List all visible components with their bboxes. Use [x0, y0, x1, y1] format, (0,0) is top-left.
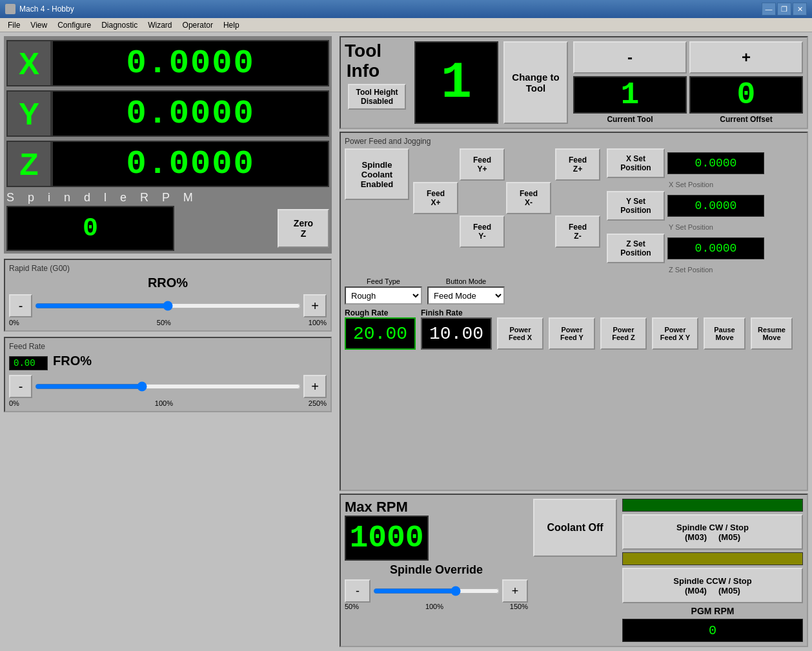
- menu-file[interactable]: File: [3, 19, 25, 31]
- pgm-rpm-label: PGM RPM: [622, 606, 803, 616]
- menu-help[interactable]: Help: [218, 19, 245, 31]
- coolant-off-button[interactable]: Coolant Off: [533, 499, 617, 557]
- feed-xminus-button[interactable]: FeedX-: [506, 182, 551, 214]
- tool-right-top: - +: [573, 41, 803, 74]
- feed-zplus-button[interactable]: FeedZ+: [555, 148, 600, 181]
- rapid-rate-mark-50: 50%: [157, 319, 171, 326]
- power-feed-section: Power Feed and Jogging SpindleCoolantEna…: [340, 132, 808, 491]
- rough-rate-label: Rough Rate: [345, 308, 416, 317]
- override-mark-100: 100%: [425, 603, 443, 610]
- dro-section: X 0.0000 Y 0.0000 Z 0.0000 S p i n d l e…: [4, 36, 332, 254]
- override-mark-50: 50%: [345, 603, 359, 610]
- spindle-bar-green: [622, 499, 803, 512]
- rapid-rate-marks: 0% 50% 100%: [9, 319, 327, 326]
- tool-right-nums: 1 Current Tool 0 Current Offset: [573, 76, 803, 124]
- dro-x-label: X: [6, 40, 52, 86]
- rapid-rate-minus[interactable]: -: [9, 294, 32, 317]
- spindle-ccw-stop-button[interactable]: Spindle CCW / Stop(M04) (M05): [622, 568, 803, 603]
- rough-rate-value: 20.00: [345, 317, 416, 350]
- spindle-coolant-button[interactable]: SpindleCoolantEnabled: [345, 148, 409, 200]
- main-area: X 0.0000 Y 0.0000 Z 0.0000 S p i n d l e…: [0, 32, 812, 651]
- change-to-tool-button[interactable]: Change toTool: [503, 41, 568, 124]
- spindle-rpm-value: 0: [6, 206, 174, 251]
- spindle-rpm-row: 0 ZeroZ: [6, 206, 329, 251]
- feed-yplus-button[interactable]: FeedY+: [460, 148, 505, 181]
- menu-diagnostic[interactable]: Diagnostic: [96, 19, 143, 31]
- power-feed-title: Power Feed and Jogging: [345, 137, 803, 146]
- feed-xplus-button[interactable]: FeedX+: [413, 182, 458, 214]
- dro-z-value: 0.0000: [52, 141, 329, 187]
- app-icon: [5, 4, 15, 14]
- x-set-pos-label: X Set Position: [669, 181, 764, 188]
- rapid-rate-label: RRO%: [9, 275, 327, 290]
- spindle-rpm-label: S p i n d l e R P M: [6, 191, 329, 205]
- restore-button[interactable]: ❐: [777, 3, 791, 15]
- rapid-rate-mark-0: 0%: [9, 319, 19, 326]
- tool-plus-button[interactable]: +: [689, 41, 803, 74]
- y-set-position-button[interactable]: Y SetPosition: [607, 191, 665, 221]
- y-set-position-value: 0.0000: [667, 195, 764, 217]
- max-rpm-label: Max RPM: [345, 499, 528, 516]
- feed-rate-minus[interactable]: -: [9, 375, 32, 398]
- title-bar: Mach 4 - Hobby — ❐ ✕: [0, 0, 812, 18]
- x-set-position-button[interactable]: X SetPosition: [607, 148, 665, 178]
- spindle-cw-stop-button[interactable]: Spindle CW / Stop(M03) (M05): [622, 514, 803, 550]
- rapid-rate-slider[interactable]: [35, 299, 301, 312]
- spindle-section: Max RPM 1000 Spindle Override - + 50% 10…: [340, 494, 808, 647]
- dro-x-value: 0.0000: [52, 40, 329, 86]
- override-slider[interactable]: [373, 586, 500, 596]
- button-mode-dropdown[interactable]: Feed Mode: [427, 286, 505, 305]
- dro-x-row: X 0.0000: [6, 39, 329, 88]
- dro-z-label: Z: [6, 141, 52, 187]
- menu-configure[interactable]: Configure: [52, 19, 96, 31]
- power-feed-xy-button[interactable]: PowerFeed X Y: [652, 317, 698, 350]
- minimize-button[interactable]: —: [762, 3, 776, 15]
- resume-move-button[interactable]: ResumeMove: [751, 317, 793, 350]
- spindle-right: Spindle CW / Stop(M03) (M05) Spindle CCW…: [622, 499, 803, 642]
- feed-type-dropdown[interactable]: Rough: [345, 286, 422, 305]
- dro-z-row: Z 0.0000: [6, 139, 329, 188]
- z-set-pos-label: Z Set Position: [669, 266, 764, 274]
- pause-move-button[interactable]: PauseMove: [704, 317, 746, 350]
- right-panel: ToolInfo Tool HeightDisabled 1 Change to…: [336, 32, 812, 651]
- finish-rate-value: 10.00: [421, 317, 492, 350]
- close-button[interactable]: ✕: [793, 3, 807, 15]
- z-set-position-value: 0.0000: [667, 237, 764, 259]
- z-set-position-button[interactable]: Z SetPosition: [607, 234, 665, 263]
- feed-rate-plus[interactable]: +: [303, 375, 327, 398]
- zero-z-button[interactable]: ZeroZ: [278, 209, 329, 248]
- menu-wizard[interactable]: Wizard: [143, 19, 177, 31]
- feed-rate-slider[interactable]: [35, 380, 301, 393]
- tool-info-label: ToolInfo: [345, 41, 409, 81]
- override-row: - +: [345, 579, 528, 603]
- feed-rate-marks: 0% 100% 250%: [9, 399, 327, 407]
- title-bar-left: Mach 4 - Hobby: [5, 4, 74, 14]
- power-feed-z-button[interactable]: PowerFeed Z: [600, 317, 647, 350]
- feed-rate-value: 0.00: [9, 356, 48, 370]
- rapid-rate-plus[interactable]: +: [303, 294, 327, 317]
- menu-operator[interactable]: Operator: [178, 19, 218, 31]
- menu-view[interactable]: View: [25, 19, 52, 31]
- feed-rate-box: Feed Rate 0.00 FRO% - + 0% 100% 250%: [4, 337, 332, 412]
- override-plus-button[interactable]: +: [502, 579, 528, 603]
- feed-rate-controls: - +: [9, 375, 327, 398]
- feed-rate-mark-250: 250%: [309, 399, 327, 407]
- dro-y-value: 0.0000: [52, 90, 329, 137]
- finish-rate-label: Finish Rate: [421, 308, 492, 317]
- power-feed-x-button[interactable]: PowerFeed X: [497, 317, 543, 350]
- menu-bar: File View Configure Diagnostic Wizard Op…: [0, 18, 812, 32]
- rapid-rate-mark-100: 100%: [309, 319, 327, 326]
- spindle-bar-yellow: [622, 552, 803, 565]
- feed-rate-mark-100: 100%: [155, 399, 173, 407]
- feed-zminus-button[interactable]: FeedZ-: [555, 215, 600, 248]
- title-bar-buttons[interactable]: — ❐ ✕: [762, 3, 807, 15]
- spindle-override-label: Spindle Override: [345, 563, 528, 577]
- override-minus-button[interactable]: -: [345, 579, 370, 603]
- dro-y-label: Y: [6, 90, 52, 137]
- feed-yminus-button[interactable]: FeedY-: [460, 215, 505, 248]
- current-offset-label: Current Offset: [689, 115, 803, 124]
- tool-height-button[interactable]: Tool HeightDisabled: [348, 84, 406, 110]
- feed-type-label: Feed Type: [367, 277, 400, 285]
- power-feed-y-button[interactable]: PowerFeed Y: [549, 317, 595, 350]
- tool-minus-button[interactable]: -: [573, 41, 687, 74]
